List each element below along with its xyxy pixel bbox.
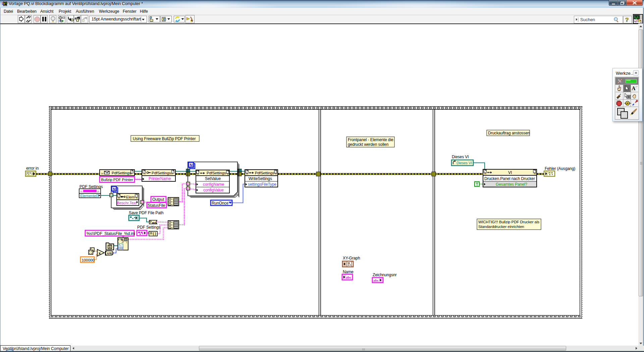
svg-text:U32: U32 [107,251,113,255]
svg-text:Dieses VI: Dieses VI [457,161,472,165]
svg-text:SetValue: SetValue [205,176,221,181]
svg-text:U32: U32 [118,247,123,250]
svg-text:%: % [120,238,123,242]
svg-text:100000: 100000 [82,258,95,262]
svg-text:PDF Settings: PDF Settings [79,184,103,189]
svg-text:abc: abc [346,275,351,279]
svg-text:!: ! [126,241,127,244]
svg-text:Werkze...: Werkze... [616,71,634,76]
svg-text:Frontpanel - Elemente die: Frontpanel - Elemente die [348,137,393,142]
svg-text:Output: Output [152,197,164,202]
svg-text:Bullzip PDF Printer: Bullzip PDF Printer [101,178,133,182]
svg-text:Druckauftrag anstossen: Druckauftrag anstossen [488,131,530,135]
svg-text:Drucken.Panel nach Drucker: Drucken.Panel nach Drucker [484,176,535,181]
svg-text:abc: abc [152,221,157,224]
svg-text:XY-Graph: XY-Graph [343,256,360,260]
svg-text:error in: error in [26,166,39,171]
svg-text:?: ? [625,17,629,23]
svg-text:1: 1 [640,19,642,23]
svg-text:PdfSettings: PdfSettings [207,171,226,175]
svg-text:gedruckt werden sollen: gedruckt werden sollen [348,142,388,147]
svg-text:Zeichnungsnr: Zeichnungsnr [373,273,397,277]
svg-text:WriteSettings: WriteSettings [249,176,272,181]
svg-text:StatusFile: StatusFile [148,203,165,208]
svg-text:?!: ?! [97,190,99,193]
svg-text:PrinterName: PrinterName [149,176,171,181]
svg-text:P: P [627,102,629,105]
svg-text:WICHTIG!!! Bullzip PDF Drucke: WICHTIG!!! Bullzip PDF Drucker als [478,220,539,224]
svg-text:x: x [99,251,101,255]
svg-text:PdfSettings: PdfSettings [112,171,131,175]
svg-text:Name: Name [343,270,354,274]
svg-text:Using Freeware BullZip PDF Pri: Using Freeware BullZip PDF Printer [133,136,196,141]
svg-text:abc: abc [373,278,379,282]
svg-text:Beschr.Text: Beschr.Text [117,201,137,205]
svg-text:Standarddrucker einrichten: Standarddrucker einrichten [478,224,524,229]
svg-text:PDF Settings: PDF Settings [137,225,161,230]
svg-text:A: A [632,85,636,91]
svg-text:?!: ?! [80,190,83,193]
svg-text:Save PDF File Path: Save PDF File Path [129,211,164,215]
svg-text:%s\\PDF_StatusFile_%d.ini: %s\\PDF_StatusFile_%d.ini [87,231,135,236]
svg-text:configName: configName [203,182,224,187]
svg-text:[ ]: [ ] [153,232,156,235]
svg-text:configValue: configValue [203,188,224,192]
svg-text:Fehler (Ausgang): Fehler (Ausgang) [545,166,575,171]
svg-text:Elem: Elem [126,195,135,199]
svg-text:Gesamtes Panel?: Gesamtes Panel? [496,182,527,187]
svg-text:T: T [476,182,479,187]
svg-text:PdfSettings: PdfSettings [152,171,171,175]
svg-text:Dieses VI: Dieses VI [452,155,469,159]
svg-text:Elemente[]: Elemente[] [80,194,98,198]
svg-text:VI: VI [508,170,512,175]
svg-text:N: N [113,187,116,191]
svg-text:N: N [190,163,193,168]
svg-text:Suchen: Suchen [580,17,595,22]
svg-text:PdfSettings: PdfSettings [255,171,274,175]
svg-text:settingsFileType: settingsFileType [248,182,277,187]
svg-text:RunOnce: RunOnce [212,201,228,206]
